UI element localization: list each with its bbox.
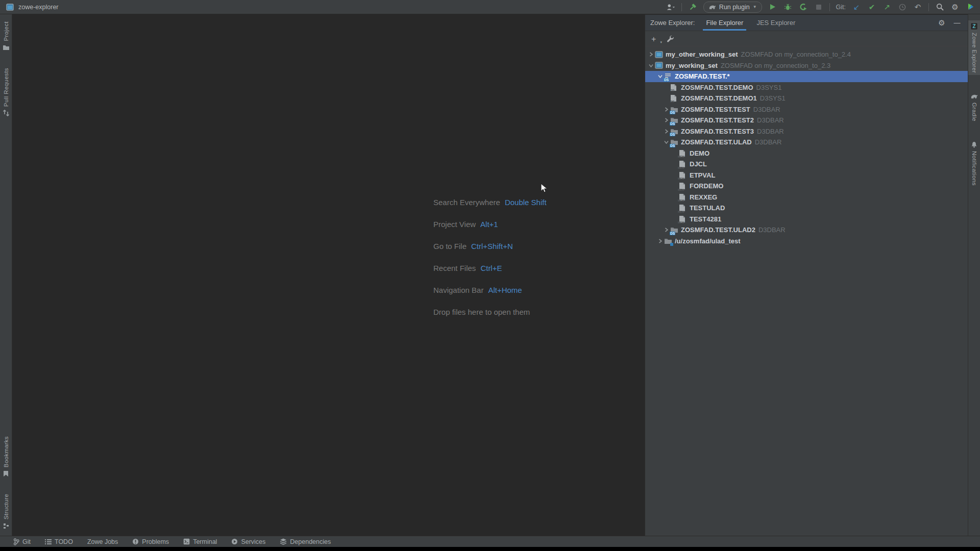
- tree-item-sequential-dataset[interactable]: DS ZOSMFAD.TEST.DEMO D3SYS1: [645, 82, 968, 93]
- settings-gear-icon[interactable]: ⚙: [950, 3, 960, 12]
- tree-item-member[interactable]: MEM DEMO: [645, 148, 968, 159]
- gradle-icon: [970, 92, 978, 100]
- todo-list-icon: [45, 539, 52, 544]
- sidebar-item-structure[interactable]: Structure: [2, 492, 10, 532]
- git-push-icon[interactable]: ↗: [883, 3, 892, 12]
- tree-item-pds[interactable]: DS ZOSMFAD.TEST.TEST D3DBAR: [645, 104, 968, 115]
- sidebar-item-zowe-explorer[interactable]: Z Zowe Explorer: [968, 20, 980, 75]
- tree-item-pds[interactable]: DS ZOSMFAD.TEST.ULAD D3DBAR: [645, 137, 968, 148]
- tree-item-member[interactable]: MEM REXXEG: [645, 192, 968, 203]
- hint-label: Go to File: [433, 242, 467, 251]
- tab-jes-explorer[interactable]: JES Explorer: [753, 15, 798, 31]
- hint-shortcut: Double Shift: [505, 198, 547, 207]
- tree-item-member[interactable]: MEM TEST4281: [645, 214, 968, 225]
- tree-item-sequential-dataset[interactable]: DS ZOSMFAD.TEST.DEMO1 D3SYS1: [645, 93, 968, 104]
- run-button[interactable]: [768, 3, 777, 12]
- sidebar-item-pull-requests[interactable]: Pull Requests: [2, 66, 10, 119]
- mouse-cursor: [541, 183, 548, 193]
- debug-button[interactable]: [783, 3, 793, 12]
- sidebar-item-bookmarks[interactable]: Bookmarks: [2, 434, 10, 480]
- tree-item-member[interactable]: MEM FORDEMO: [645, 181, 968, 192]
- toolwindow-git[interactable]: Git: [13, 538, 31, 545]
- tree-item-pds[interactable]: DS ZOSMFAD.TEST.TEST2 D3DBAR: [645, 115, 968, 126]
- hint-line: Project View Alt+1: [433, 213, 547, 235]
- chevron-down-icon[interactable]: [662, 138, 670, 146]
- panel-toolbar: +▾: [645, 31, 968, 46]
- sidebar-item-notifications[interactable]: Notifications: [970, 139, 978, 188]
- member-icon: MEM: [679, 160, 688, 168]
- tree-item-working-set[interactable]: my_working_set ZOSMFAD on my_connection_…: [645, 60, 968, 71]
- run-configuration-label: Run plugin: [719, 4, 750, 11]
- dataset-filter-icon: DS: [664, 72, 673, 81]
- sidebar-item-gradle[interactable]: Gradle: [970, 90, 978, 123]
- title-bar: zowe-explorer Run plugin ▼: [0, 0, 980, 14]
- chevron-down-icon[interactable]: [647, 61, 655, 69]
- hint-label: Search Everywhere: [433, 198, 500, 207]
- dependencies-layers-icon: [280, 538, 287, 545]
- window-title: zowe-explorer: [18, 4, 59, 11]
- toolwindow-problems[interactable]: Problems: [132, 538, 169, 545]
- search-everywhere-icon[interactable]: [935, 3, 944, 12]
- tree-item-member[interactable]: MEM DJCL: [645, 159, 968, 170]
- chevron-right-icon[interactable]: [662, 105, 670, 113]
- tree-item-working-set[interactable]: my_other_working_set ZOSMFAD on my_conne…: [645, 49, 968, 60]
- hint-line: Recent Files Ctrl+E: [433, 257, 547, 279]
- zowe-explorer-panel: Zowe Explorer: File Explorer JES Explore…: [645, 15, 968, 536]
- chevron-down-icon: ▼: [753, 5, 757, 9]
- member-icon: MEM: [679, 171, 688, 179]
- history-clock-icon[interactable]: [898, 3, 907, 12]
- rollback-icon[interactable]: ↶: [913, 3, 922, 12]
- folder-icon: [2, 44, 10, 52]
- git-branch-icon: [13, 538, 19, 545]
- code-with-me-icon[interactable]: [966, 3, 975, 12]
- pds-folder-icon: DS: [670, 138, 679, 146]
- toolbar-separator: [681, 3, 682, 11]
- toolbar-separator: [829, 3, 830, 11]
- run-configuration-select[interactable]: Run plugin ▼: [703, 2, 762, 13]
- bookmarks-stripe-label: Bookmarks: [3, 436, 9, 467]
- pds-folder-icon: DS: [670, 116, 679, 124]
- tree-item-member[interactable]: MEM TESTULAD: [645, 203, 968, 214]
- tree-item-member[interactable]: MEM ETPVAL: [645, 170, 968, 181]
- right-tool-stripe: Z Zowe Explorer Gradle Notifications: [968, 14, 980, 536]
- editor-area[interactable]: Search Everywhere Double Shift Project V…: [13, 15, 645, 536]
- services-icon: [231, 538, 238, 545]
- panel-minimize-icon[interactable]: —: [952, 18, 962, 28]
- toolbar-separator: [928, 3, 929, 11]
- build-hammer-icon[interactable]: [688, 3, 697, 12]
- stop-button[interactable]: [814, 3, 823, 12]
- toolwindow-zowe-jobs[interactable]: Zowe Jobs: [87, 538, 118, 545]
- hint-line: Go to File Ctrl+Shift+N: [433, 235, 547, 257]
- toolwindow-todo[interactable]: TODO: [45, 538, 73, 545]
- git-update-icon[interactable]: ↙: [852, 3, 861, 12]
- tree-item-pds[interactable]: DS ZOSMFAD.TEST.ULAD2 D3DBAR: [645, 224, 968, 236]
- git-commit-check-icon[interactable]: ✔: [867, 3, 876, 12]
- tab-file-explorer[interactable]: File Explorer: [703, 15, 746, 31]
- edit-wrench-icon[interactable]: [666, 34, 675, 43]
- chevron-right-icon[interactable]: [662, 127, 670, 135]
- chevron-right-icon[interactable]: [662, 116, 670, 124]
- tree-item-uss-path[interactable]: /u/zosmfad/ulad_test: [645, 236, 968, 247]
- sidebar-item-project[interactable]: Project: [2, 19, 10, 54]
- hint-line: Search Everywhere Double Shift: [433, 191, 547, 213]
- member-icon: MEM: [679, 193, 688, 201]
- chevron-right-icon[interactable]: [662, 226, 670, 234]
- toolwindow-label: Dependencies: [290, 538, 331, 545]
- add-profile-button[interactable]: +▾: [651, 35, 659, 43]
- panel-settings-gear-icon[interactable]: ⚙: [937, 18, 946, 28]
- member-icon: MEM: [679, 215, 688, 223]
- tree-item-pds[interactable]: DS ZOSMFAD.TEST.TEST3 D3DBAR: [645, 126, 968, 137]
- chevron-right-icon[interactable]: [647, 51, 655, 59]
- coverage-button[interactable]: [799, 3, 808, 12]
- tree-item-dataset-filter[interactable]: DS ZOSMFAD.TEST.*: [645, 71, 968, 82]
- user-dropdown-icon[interactable]: [666, 3, 675, 12]
- ide-window: zowe-explorer Run plugin ▼: [0, 0, 980, 551]
- chevron-right-icon[interactable]: [656, 237, 664, 245]
- toolwindow-dependencies[interactable]: Dependencies: [280, 538, 331, 545]
- zowe-explorer-stripe-label: Zowe Explorer: [971, 33, 977, 73]
- sequential-dataset-icon: DS: [670, 83, 679, 91]
- toolwindow-services[interactable]: Services: [231, 538, 265, 545]
- toolwindow-terminal[interactable]: Terminal: [183, 538, 217, 545]
- sequential-dataset-icon: DS: [670, 94, 679, 103]
- chevron-down-icon[interactable]: [656, 72, 664, 81]
